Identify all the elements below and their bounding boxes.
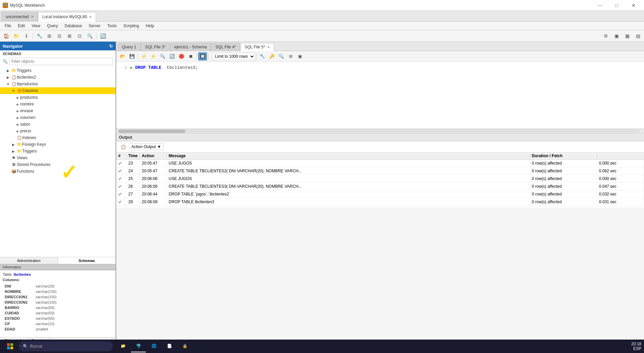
toolbar-view3[interactable]: ▤ <box>633 32 643 40</box>
tree-item-label: envase <box>20 108 33 113</box>
list-item[interactable]: ▶ 📁 Triggers <box>0 67 116 74</box>
toolbar-btn2[interactable]: 🔧 <box>35 32 44 40</box>
sql-open-btn[interactable]: 📂 <box>118 52 127 60</box>
taskbar-item-files[interactable]: 📁 <box>116 340 130 352</box>
tab-close-icon[interactable]: ✕ <box>267 45 270 49</box>
toolbar-sep2 <box>96 33 96 39</box>
menu-help[interactable]: Help <box>142 22 158 30</box>
scroll-right-icon[interactable]: › <box>641 129 644 133</box>
sidebar-tab-schemas[interactable]: Schemas <box>58 257 116 264</box>
toolbar-view2[interactable]: ▦ <box>622 32 632 40</box>
tab-close-icon[interactable]: ✕ <box>89 15 92 19</box>
list-item[interactable]: ▶ 📋 tbclientes2 <box>0 74 116 81</box>
list-item[interactable]: ◆ productos <box>0 94 116 101</box>
tab-sqlfile4[interactable]: SQL File 4* <box>211 43 240 51</box>
dropdown-arrow-icon: ▼ <box>157 144 161 149</box>
menu-database[interactable]: Database <box>61 22 85 30</box>
sql-tool2[interactable]: 🔑 <box>267 52 276 60</box>
sql-refresh-btn[interactable]: 🔄 <box>168 52 176 60</box>
list-item[interactable]: ▼ 🔶 Columns <box>0 87 116 94</box>
output-copy-btn[interactable]: 📋 <box>119 143 128 151</box>
sql-tool1[interactable]: 🔧 <box>258 52 267 60</box>
sidebar-title: Navigator <box>3 44 23 49</box>
menu-query[interactable]: Query <box>44 22 61 30</box>
toolbar-btn7[interactable]: 🔍 <box>85 32 94 40</box>
search-input[interactable] <box>9 58 113 65</box>
sql-search-btn2[interactable]: 🔍 <box>277 52 286 60</box>
list-item[interactable]: ◆ precio <box>0 128 116 134</box>
list-item[interactable]: 👁 Views <box>0 155 116 161</box>
maximize-button[interactable]: □ <box>609 0 625 11</box>
info-table-label: Table: tbclientes <box>3 272 113 276</box>
sql-execute-btn[interactable]: ⚡ <box>139 52 148 60</box>
menu-view[interactable]: View <box>28 22 44 30</box>
instance-tab-local-mysql[interactable]: Local instance MySQL80 ✕ <box>38 12 96 21</box>
sidebar-refresh-icon[interactable]: ↻ <box>109 44 113 49</box>
sql-find-btn[interactable]: 🔍 <box>158 52 167 60</box>
tab-query1[interactable]: Query 1 <box>118 43 141 51</box>
list-item[interactable]: ▶ 📁 Triggers <box>0 148 116 155</box>
tab-sqlfile3[interactable]: SQL File 3* <box>141 43 170 51</box>
table-row: DIRECCION2varchar(150) <box>3 300 112 305</box>
tree-item-label: Triggers <box>22 149 37 153</box>
menu-scripting[interactable]: Scripting <box>120 22 142 30</box>
tab-close-icon[interactable]: ✕ <box>31 15 34 18</box>
tree-item-label: Indexes <box>22 135 36 140</box>
minimize-button[interactable]: ─ <box>592 0 608 11</box>
sql-execute-selected-btn[interactable]: ⚡ <box>149 52 158 60</box>
table-icon: 📋 <box>11 82 17 86</box>
toolbar-btn4[interactable]: ⊟ <box>55 32 64 40</box>
menu-server[interactable]: Server <box>85 22 104 30</box>
toolbar-open[interactable]: 📁 <box>11 32 21 40</box>
sidebar-tab-administration[interactable]: Administration <box>0 257 58 264</box>
list-item[interactable]: 📦 Functions <box>0 168 116 175</box>
svg-rect-3 <box>10 347 13 349</box>
menu-edit[interactable]: Edit <box>14 22 28 30</box>
taskbar-item-browser[interactable]: 🌐 <box>146 340 161 352</box>
column-icon: ◆ <box>16 96 19 99</box>
taskbar-item-workbench[interactable]: 🐬 <box>131 340 146 352</box>
list-item[interactable]: ◆ nombre <box>0 101 116 107</box>
limit-select[interactable]: Limit to 1000 rows <box>212 53 255 60</box>
tab-sqlfile5[interactable]: SQL File 5* ✕ <box>240 43 274 51</box>
toolbar-view1[interactable]: ▣ <box>612 32 621 40</box>
cell-status: ✔ <box>116 175 126 182</box>
list-item[interactable]: ▶ 📁 Foreign Keys <box>0 141 116 148</box>
menu-tools[interactable]: Tools <box>104 22 120 30</box>
sql-editor[interactable]: 1 ● DROP TABLE tbclientes3; <box>116 62 644 129</box>
toolbar-settings[interactable]: ⚙ <box>601 32 610 40</box>
taskbar-search[interactable]: 🔍 Buscar <box>19 341 113 351</box>
action-output-dropdown[interactable]: Action Output ▼ <box>129 143 164 150</box>
sql-toolbar: 📂 💾 ⚡ ⚡ 🔍 🔄 🛑 ⏹ 🔲 Limit to 1000 rows 🔧 🔑… <box>116 51 644 62</box>
ok-icon: ✔ <box>118 199 122 205</box>
list-item[interactable]: ◆ sabor <box>0 121 116 128</box>
list-item[interactable]: ▼ 📋 tbproductos <box>0 81 116 87</box>
toolbar-btn8[interactable]: 🔄 <box>98 32 108 40</box>
taskbar-item-app5[interactable]: 🔒 <box>177 340 192 352</box>
sql-export-btn[interactable]: ▣ <box>296 52 304 60</box>
sql-stop-btn[interactable]: 🛑 <box>177 52 186 60</box>
menu-file[interactable]: File <box>1 22 14 30</box>
toolbar-btn3[interactable]: ⊞ <box>45 32 54 40</box>
list-item[interactable]: ⚙ Stored Procedures <box>0 161 116 168</box>
sql-save-btn[interactable]: 💾 <box>128 52 136 60</box>
list-item[interactable]: 📋 Indexes <box>0 134 116 141</box>
sql-cols-btn[interactable]: ⊞ <box>286 52 295 60</box>
toolbar-btn5[interactable]: ⊠ <box>65 32 74 40</box>
sql-autocommit-btn[interactable]: 🔲 <box>198 52 207 60</box>
sql-commit-btn[interactable]: ⏹ <box>186 52 195 60</box>
scroll-thumb[interactable] <box>118 130 185 133</box>
horizontal-scrollbar[interactable]: › <box>116 129 644 134</box>
cell-num: 27 <box>126 191 140 197</box>
toolbar-home[interactable]: 🏠 <box>1 32 11 40</box>
toolbar-btn6[interactable]: ⊡ <box>75 32 84 40</box>
list-item[interactable]: ◆ volumen <box>0 114 116 121</box>
list-item[interactable]: ◆ envase <box>0 107 116 114</box>
start-button[interactable] <box>3 340 17 352</box>
sql-sep1 <box>138 53 138 59</box>
tab-ejercio1[interactable]: ejercio1 - Schema <box>170 43 211 51</box>
close-button[interactable]: ✕ <box>626 0 641 11</box>
instance-tab-unconnected[interactable]: unconnected ✕ <box>1 12 38 21</box>
toolbar-info[interactable]: ℹ <box>22 32 31 40</box>
taskbar-item-word[interactable]: 📄 <box>162 340 177 352</box>
